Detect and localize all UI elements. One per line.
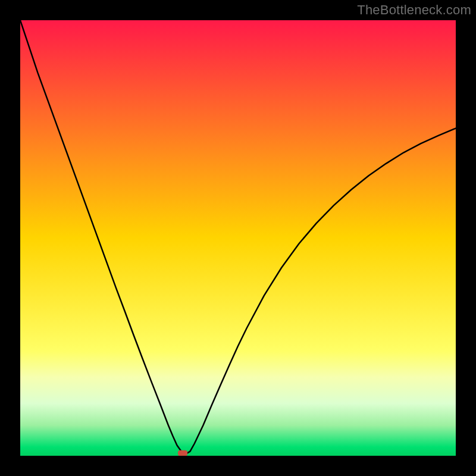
plot-area (20, 20, 456, 456)
chart-frame: TheBottleneck.com (0, 0, 476, 476)
watermark-text: TheBottleneck.com (357, 2, 471, 18)
chart-svg (20, 20, 456, 456)
optimal-point-marker (178, 450, 187, 456)
gradient-background (20, 20, 456, 456)
